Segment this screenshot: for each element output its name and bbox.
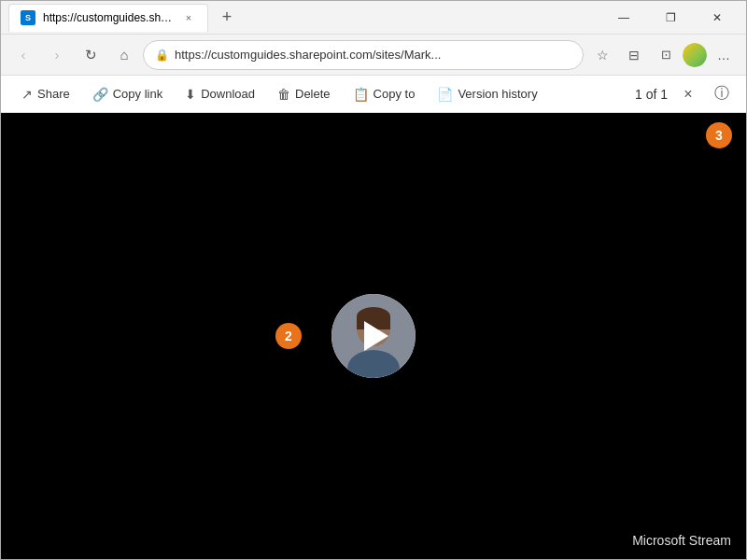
toolbar-right: 1 of 1 × ⓘ xyxy=(635,81,735,107)
page-count: 1 of 1 xyxy=(635,87,668,102)
restore-button[interactable]: ❐ xyxy=(649,1,692,35)
copy-link-label: Copy link xyxy=(113,87,162,101)
tab-title: https://customguides.sharepoint... xyxy=(43,11,174,24)
info-button[interactable]: ⓘ xyxy=(709,81,735,107)
video-container: 2 xyxy=(331,294,416,378)
copy-to-label: Copy to xyxy=(374,87,416,101)
extensions-button[interactable]: ⊡ xyxy=(651,40,681,70)
microsoft-stream-label: Microsoft Stream xyxy=(632,533,731,548)
lock-icon: 🔒 xyxy=(155,49,169,62)
play-button[interactable] xyxy=(331,294,416,378)
annotation-badge-2: 2 xyxy=(275,323,302,349)
panel-close-button[interactable]: × xyxy=(675,81,701,107)
play-triangle-icon xyxy=(364,321,388,351)
copy-to-icon: 📋 xyxy=(353,87,369,102)
extensions-icon: ⊡ xyxy=(661,48,671,62)
share-button[interactable]: ↗ Share xyxy=(12,82,79,106)
more-button[interactable]: … xyxy=(709,40,739,70)
download-button[interactable]: ⬇ Download xyxy=(176,82,264,106)
home-button[interactable]: ⌂ xyxy=(109,40,139,70)
collections-button[interactable]: ⊟ xyxy=(619,40,649,70)
content-area: 2 3 Microsoft Str xyxy=(1,113,746,559)
version-history-icon: 📄 xyxy=(437,87,453,102)
delete-icon: 🗑 xyxy=(277,87,290,102)
favorites-button[interactable]: ☆ xyxy=(587,40,617,70)
copy-link-button[interactable]: 🔗 Copy link xyxy=(83,82,172,106)
share-icon: ↗ xyxy=(21,87,33,102)
tab-close-button[interactable]: × xyxy=(181,10,196,25)
delete-button[interactable]: 🗑 Delete xyxy=(268,82,340,106)
video-thumbnail[interactable] xyxy=(331,294,416,378)
title-bar: S https://customguides.sharepoint... × +… xyxy=(1,1,746,35)
copy-to-button[interactable]: 📋 Copy to xyxy=(344,82,425,106)
browser-tab[interactable]: S https://customguides.sharepoint... × xyxy=(8,4,208,32)
address-bar[interactable]: 🔒 https://customguides.sharepoint.com/si… xyxy=(143,40,584,70)
avatar-inner xyxy=(683,43,707,67)
nav-bar: ‹ › ↻ ⌂ 🔒 https://customguides.sharepoin… xyxy=(1,35,746,76)
minimize-button[interactable]: — xyxy=(602,1,645,35)
share-label: Share xyxy=(37,87,70,101)
tab-favicon: S xyxy=(21,10,35,25)
download-icon: ⬇ xyxy=(185,87,196,102)
window-controls: — ❐ ✕ xyxy=(602,1,739,35)
nav-right-icons: ☆ ⊟ ⊡ … xyxy=(587,40,739,70)
annotation-badge-3: 3 xyxy=(706,122,732,148)
delete-label: Delete xyxy=(295,87,331,101)
forward-button[interactable]: › xyxy=(42,40,72,70)
download-label: Download xyxy=(201,87,255,101)
version-history-label: Version history xyxy=(458,87,537,101)
profile-avatar[interactable] xyxy=(683,43,707,67)
new-tab-button[interactable]: + xyxy=(214,5,240,31)
close-window-button[interactable]: ✕ xyxy=(696,1,739,35)
refresh-button[interactable]: ↻ xyxy=(76,40,106,70)
copy-link-icon: 🔗 xyxy=(92,87,108,102)
version-history-button[interactable]: 📄 Version history xyxy=(428,82,546,106)
browser-window: S https://customguides.sharepoint... × +… xyxy=(0,0,747,560)
toolbar: ↗ Share 🔗 Copy link ⬇ Download 🗑 Delete … xyxy=(1,76,746,113)
address-text: https://customguides.sharepoint.com/site… xyxy=(175,48,571,62)
back-button[interactable]: ‹ xyxy=(8,40,38,70)
title-bar-left: S https://customguides.sharepoint... × + xyxy=(8,4,240,32)
